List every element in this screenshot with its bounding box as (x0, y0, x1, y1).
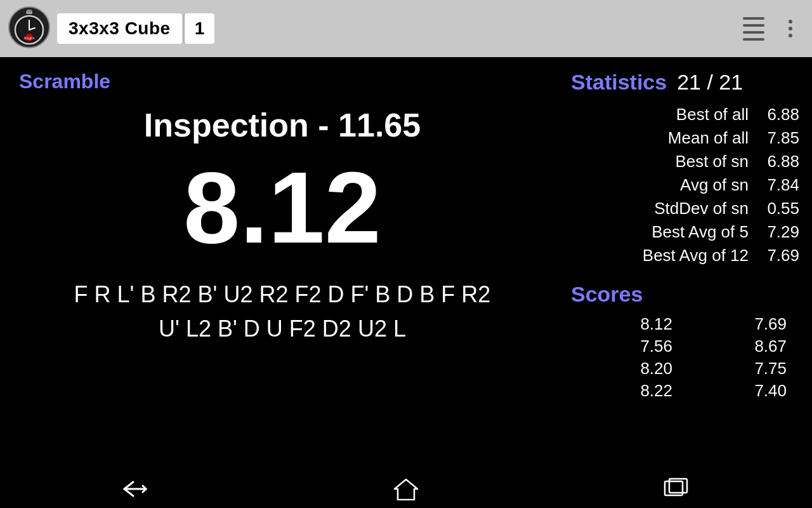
stat-best-avg-12: Best Avg of 12 7.69 (571, 246, 799, 265)
session-number[interactable]: 1 (183, 13, 215, 44)
more-options-button[interactable] (776, 15, 804, 43)
more-vert-icon (789, 20, 792, 37)
svg-marker-12 (395, 479, 417, 500)
stat-mean-of-all: Mean of all 7.85 (571, 128, 799, 148)
scores-grid: 8.12 7.69 7.56 8.67 8.20 7.75 8.22 7.40 (571, 314, 799, 401)
statistics-count: 21 / 21 (677, 70, 743, 95)
scores-title: Scores (571, 282, 799, 307)
recents-icon (664, 478, 690, 500)
stat-best-avg-5: Best Avg of 5 7.29 (571, 222, 799, 242)
back-arrow-icon (121, 479, 150, 498)
puzzle-name[interactable]: 3x3x3 Cube (57, 13, 182, 44)
score-4-left: 8.22 (571, 381, 685, 401)
score-2-right: 8.67 (685, 337, 799, 356)
back-button[interactable] (116, 476, 154, 502)
stat-best-of-all: Best of all 6.88 (571, 105, 799, 124)
inspection-display: Inspection - 11.65 (19, 106, 546, 144)
svg-rect-3 (27, 10, 32, 13)
navigation-bar (0, 470, 812, 508)
stat-best-of-sn: Best of sn 6.88 (571, 152, 799, 171)
score-3-left: 8.20 (571, 359, 685, 378)
top-bar: NingEn 3x3x3 Cube 1 (0, 0, 812, 57)
score-1-left: 8.12 (571, 314, 685, 334)
score-4-right: 7.40 (685, 381, 799, 401)
main-content: Scramble Inspection - 11.65 8.12 F R L' … (0, 57, 812, 508)
stat-avg-of-sn: Avg of sn 7.84 (571, 175, 799, 195)
stats-rows: Best of all 6.88 Mean of all 7.85 Best o… (571, 105, 799, 269)
score-2-left: 7.56 (571, 337, 685, 356)
menu-button[interactable] (740, 15, 768, 43)
home-icon (393, 478, 419, 500)
timer-value: 8.12 (19, 157, 546, 258)
scramble-title: Scramble (19, 70, 546, 93)
hamburger-icon (743, 17, 764, 41)
left-panel: Scramble Inspection - 11.65 8.12 F R L' … (0, 57, 565, 508)
statistics-title: Statistics (571, 70, 667, 95)
svg-text:NingEn: NingEn (24, 36, 35, 40)
score-3-right: 7.75 (685, 359, 799, 378)
app-icon: NingEn (8, 6, 51, 51)
right-panel: Statistics 21 / 21 Best of all 6.88 Mean… (565, 57, 812, 508)
stat-stddev-of-sn: StdDev of sn 0.55 (571, 199, 799, 218)
scramble-sequence: F R L' B R2 B' U2 R2 F2 D F' B D B F R2U… (19, 277, 546, 346)
topbar-actions (740, 15, 804, 43)
stats-header: Statistics 21 / 21 (571, 70, 799, 95)
home-button[interactable] (387, 476, 425, 502)
score-1-right: 7.69 (685, 314, 799, 334)
recents-button[interactable] (658, 476, 696, 502)
